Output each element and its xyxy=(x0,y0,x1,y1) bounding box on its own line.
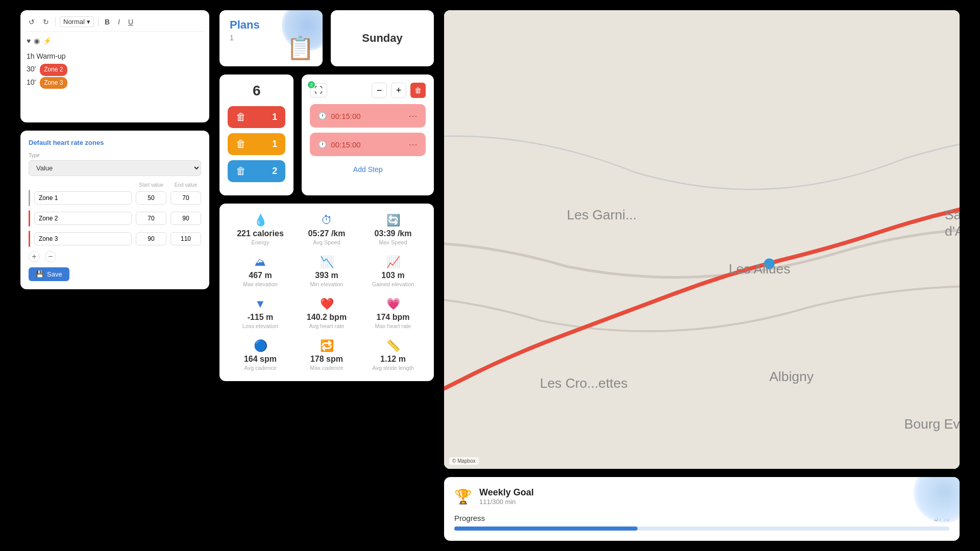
stat-label-7: Avg heart rate xyxy=(309,323,345,329)
map-background: Chens les Gex Les Garni... Les Allues Sa… xyxy=(444,10,960,469)
stat-icon-8: 💗 xyxy=(386,297,400,311)
zone2-end-input[interactable] xyxy=(170,212,201,225)
italic-button[interactable]: I xyxy=(116,17,122,27)
zone1-start-input[interactable] xyxy=(136,191,166,205)
undo-button[interactable]: ↺ xyxy=(27,17,37,27)
svg-text:Les Cro...ettes: Les Cro...ettes xyxy=(540,375,628,391)
stat-value-5: 103 m xyxy=(381,271,404,280)
step-delete-button[interactable]: 🗑 xyxy=(410,83,426,98)
stat-label-2: Max Speed xyxy=(379,239,407,245)
zone1-indicator xyxy=(29,190,30,206)
heart-icon: ♥ xyxy=(27,37,31,45)
bold-button[interactable]: B xyxy=(103,17,112,27)
trophy-icon: 🏆 xyxy=(454,488,472,505)
activity-row-blue: 🗑 2 xyxy=(228,160,285,182)
stat-value-11: 1.12 m xyxy=(380,355,406,364)
stat-value-8: 174 bpm xyxy=(377,313,410,322)
stat-value-6: -115 m xyxy=(248,313,274,322)
sunday-title: Sunday xyxy=(362,32,402,45)
svg-text:Albigny: Albigny xyxy=(769,369,814,384)
clipboard-icon: 📋 xyxy=(286,35,314,61)
stat-label-10: Max cadence xyxy=(310,365,343,371)
stat-item: ⛰ 467 m Max elevation xyxy=(230,256,291,287)
stat-item: 💧 221 calories Energy xyxy=(230,214,291,245)
stat-item: 🔄 03:39 /km Max Speed xyxy=(362,214,424,245)
zone2-row xyxy=(29,210,201,227)
save-icon: 💾 xyxy=(36,270,44,278)
wg-subtitle: 111/300 min xyxy=(479,498,534,506)
hr-type-label: Type xyxy=(29,153,201,158)
remove-zone-button[interactable]: − xyxy=(45,251,56,262)
toolbar-divider2 xyxy=(98,17,99,27)
trash-icon: 🗑 xyxy=(236,111,246,123)
wg-header: 🏆 Weekly Goal 111/300 min xyxy=(454,487,949,506)
stat-label-0: Energy xyxy=(252,239,270,245)
stat-icon-3: ⛰ xyxy=(255,256,266,269)
svg-text:Les Allues: Les Allues xyxy=(729,261,791,277)
zone2-name-input[interactable] xyxy=(34,212,132,225)
stat-icon-11: 📏 xyxy=(386,339,400,353)
stat-item: ▼ -115 m Loss elevation xyxy=(230,297,291,329)
stat-item: 🔵 164 spm Avg cadence xyxy=(230,339,291,371)
stat-icon-1: ⏱ xyxy=(321,214,332,227)
map-svg: Chens les Gex Les Garni... Les Allues Sa… xyxy=(444,10,960,469)
stat-item: 💗 174 bpm Max heart rate xyxy=(362,297,424,329)
steps-card: ⛶ 2 − + 🗑 🕐 00:15:00 ⋯ xyxy=(302,74,434,195)
add-step-button[interactable]: Add Step xyxy=(310,161,426,178)
plans-card: Plans 1 📋 xyxy=(219,10,323,66)
zone3-end-input[interactable] xyxy=(170,232,201,245)
zone2-line: 30' Zone 2 xyxy=(27,63,203,76)
clock-icon-1: 🕐 xyxy=(318,112,327,120)
stat-item: 📉 393 m Min elevation xyxy=(296,256,357,287)
step1-time: 🕐 00:15:00 xyxy=(318,112,360,120)
svg-text:Les Garni...: Les Garni... xyxy=(567,207,637,222)
step2-more-button[interactable]: ⋯ xyxy=(408,139,418,150)
zone1-row xyxy=(29,190,201,206)
col-start-header: Start value xyxy=(136,182,166,188)
redo-button[interactable]: ↻ xyxy=(41,17,51,27)
clipboard2-icon: 🗑 xyxy=(236,165,246,177)
stat-icon-10: 🔁 xyxy=(320,339,334,353)
zone1-name-input[interactable] xyxy=(34,191,132,205)
stat-label-11: Avg stride length xyxy=(372,365,414,371)
bag-icon: 🗑 xyxy=(236,138,246,150)
save-button[interactable]: 💾 Save xyxy=(29,267,69,281)
day-summary-card: 6 🗑 1 🗑 1 🗑 2 xyxy=(219,74,293,195)
svg-text:Saint-Pierre-: Saint-Pierre- xyxy=(945,207,960,222)
step2-time-value: 00:15:00 xyxy=(331,140,360,149)
step-increase-button[interactable]: + xyxy=(391,83,406,98)
day-count: 6 xyxy=(228,83,285,99)
format-label: Normal xyxy=(63,18,85,26)
sunday-card: Sunday xyxy=(331,10,434,66)
step1-time-value: 00:15:00 xyxy=(331,112,360,120)
svg-rect-0 xyxy=(444,10,960,469)
step1-more-button[interactable]: ⋯ xyxy=(408,110,418,121)
underline-button[interactable]: U xyxy=(126,17,135,27)
weekly-goal-card: 🏆 Weekly Goal 111/300 min Progress 37% xyxy=(444,477,960,541)
wg-title-group: Weekly Goal 111/300 min xyxy=(479,487,534,506)
steps-controls: − + 🗑 xyxy=(372,83,426,98)
activity-row-orange: 🗑 1 xyxy=(228,133,285,155)
stat-value-3: 467 m xyxy=(249,271,272,280)
hr-type-select[interactable]: Value xyxy=(29,160,201,176)
zone2-start-input[interactable] xyxy=(136,212,166,225)
editor-content[interactable]: 1h Warm-up 30' Zone 2 10' Zone 3 xyxy=(27,50,203,89)
stat-label-5: Gained elevation xyxy=(372,281,414,287)
stat-value-10: 178 spm xyxy=(310,355,343,364)
activity-blue-count: 2 xyxy=(272,166,277,177)
mapbox-attribution: © Mapbox xyxy=(449,457,479,465)
stat-icon-0: 💧 xyxy=(254,214,267,227)
format-select[interactable]: Normal ▾ xyxy=(60,16,94,27)
lightning-icon: ⚡ xyxy=(43,37,52,45)
add-zone-button[interactable]: + xyxy=(29,251,40,262)
zone3-badge: Zone 3 xyxy=(40,77,67,89)
step2-time: 🕐 00:15:00 xyxy=(318,140,360,149)
stat-value-4: 393 m xyxy=(315,271,338,280)
zone1-end-input[interactable] xyxy=(170,191,201,205)
zone3-start-input[interactable] xyxy=(136,232,166,245)
step-decrease-button[interactable]: − xyxy=(372,83,387,98)
editor-icon-row: ♥ ◉ ⚡ xyxy=(27,37,203,45)
zone3-name-input[interactable] xyxy=(34,232,132,245)
stat-icon-6: ▼ xyxy=(255,297,266,311)
stat-item: 📏 1.12 m Avg stride length xyxy=(362,339,424,371)
